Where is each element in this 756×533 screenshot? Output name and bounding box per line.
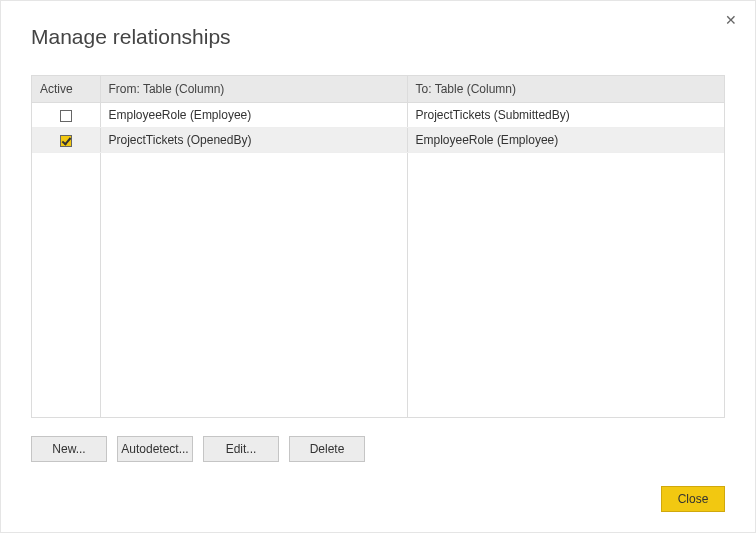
action-buttons: New... Autodetect... Edit... Delete xyxy=(31,436,725,462)
table-empty-space xyxy=(32,153,724,419)
to-cell: ProjectTickets (SubmittedBy) xyxy=(407,103,724,128)
relationships-table: Active From: Table (Column) To: Table (C… xyxy=(32,76,724,418)
table-row[interactable]: ProjectTickets (OpenedBy) EmployeeRole (… xyxy=(32,128,724,153)
close-button[interactable]: Close xyxy=(661,486,725,512)
col-header-active[interactable]: Active xyxy=(32,76,100,103)
dialog-footer: Close xyxy=(31,486,725,512)
col-header-to[interactable]: To: Table (Column) xyxy=(407,76,724,103)
close-icon[interactable]: ✕ xyxy=(725,13,737,27)
from-cell: EmployeeRole (Employee) xyxy=(100,103,407,128)
from-cell: ProjectTickets (OpenedBy) xyxy=(100,128,407,153)
col-header-from[interactable]: From: Table (Column) xyxy=(100,76,407,103)
new-button[interactable]: New... xyxy=(31,436,107,462)
delete-button[interactable]: Delete xyxy=(289,436,365,462)
edit-button[interactable]: Edit... xyxy=(203,436,279,462)
active-cell xyxy=(32,103,100,128)
active-checkbox[interactable] xyxy=(60,110,72,122)
to-cell: EmployeeRole (Employee) xyxy=(407,128,724,153)
table-row[interactable]: EmployeeRole (Employee) ProjectTickets (… xyxy=(32,103,724,128)
relationships-table-container: Active From: Table (Column) To: Table (C… xyxy=(31,75,725,418)
dialog-content: Manage relationships Active From: Table … xyxy=(1,1,755,532)
active-checkbox[interactable] xyxy=(60,135,72,147)
dialog-title: Manage relationships xyxy=(31,25,725,49)
active-cell xyxy=(32,128,100,153)
table-header-row: Active From: Table (Column) To: Table (C… xyxy=(32,76,724,103)
autodetect-button[interactable]: Autodetect... xyxy=(117,436,193,462)
